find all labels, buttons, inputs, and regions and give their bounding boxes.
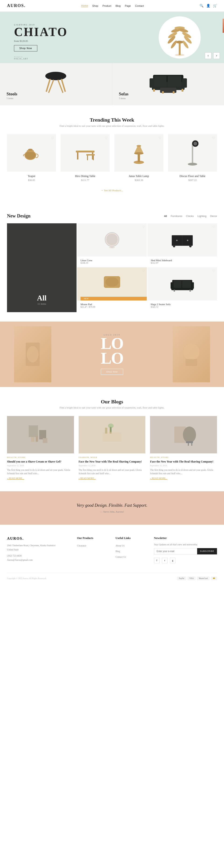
hero-next-button[interactable]: ›: [213, 52, 220, 59]
filter-all[interactable]: All: [164, 215, 167, 217]
blog-card-3[interactable]: HEALTH_STORE Face the New Year with The …: [150, 416, 217, 479]
banner-cta-button[interactable]: Shop Now: [101, 369, 123, 375]
blog-grid: HEALTH_STORE Should you use a Shave Crea…: [7, 416, 217, 479]
cart-icon[interactable]: 🛒: [213, 4, 217, 8]
search-icon[interactable]: 🔍: [199, 4, 203, 8]
product-table-lamp[interactable]: ♡ Janus Table Lamp $263.39: [114, 134, 163, 182]
footer-clearance-link[interactable]: Clearance: [77, 545, 86, 547]
footer-newsletter-title: Newsletter: [154, 536, 217, 540]
new-design-title: New Design: [7, 213, 31, 219]
lolo-banner: LOLO 2019 LOLO Shop Now: [0, 321, 224, 387]
sideboard-wishlist-icon[interactable]: ♡: [212, 225, 215, 229]
main-nav: Home Shop Product Blog Page Contact: [81, 4, 144, 7]
footer-useful-links: About Us Blog Contact Us: [115, 543, 147, 559]
sideboard-price: $512.97: [151, 262, 214, 264]
nav-shop[interactable]: Shop: [92, 4, 98, 7]
blog-card-1[interactable]: HEALTH_STORE Should you use a Shave Crea…: [7, 416, 74, 479]
nav-page[interactable]: Page: [125, 4, 131, 7]
nav-blog[interactable]: Blog: [115, 4, 121, 7]
nav-contact[interactable]: Contact: [135, 4, 144, 7]
stool-count: 5 items: [6, 97, 105, 100]
product-dining-table[interactable]: ♡ Hiro Dining Table $111.77: [61, 134, 110, 182]
product-floor-lamp-img: ♡: [168, 134, 217, 172]
facebook-icon[interactable]: f: [154, 558, 160, 563]
sideboard-info: Sled Mini Sideboard $512.97: [147, 256, 217, 267]
hero-cta-button[interactable]: Shop Now: [14, 45, 37, 52]
footer-grid: AUROS. 2941 Timberlane Road, Cheyenne, A…: [7, 536, 217, 563]
blog-read-more-3[interactable]: » READ MORE...: [150, 477, 217, 479]
banner-text: LOLO 2019 LOLO Shop Now: [51, 334, 173, 375]
footer-products-title: Our Products: [77, 536, 109, 540]
svg-rect-36: [87, 155, 88, 160]
hero-prev-button[interactable]: ‹: [205, 52, 212, 59]
filter-lighting[interactable]: Lighting: [197, 215, 207, 217]
banner-image-left: [14, 326, 51, 382]
svg-rect-24: [153, 89, 155, 92]
svg-point-68: [183, 344, 199, 360]
see-all-products-link[interactable]: See All Products...: [101, 189, 123, 192]
floor-lamp-wishlist-icon[interactable]: ♡: [212, 136, 215, 140]
svg-rect-35: [86, 154, 95, 155]
product-floor-lamp-name: Discus Floor and Table: [168, 175, 217, 178]
footer-contact-link[interactable]: Contact Us: [115, 556, 126, 558]
haga-sofa-img-wrap: [147, 267, 217, 301]
blog3-svg: [170, 423, 198, 446]
blog-subtitle: Find a bright ideal to suit your taste w…: [7, 406, 217, 409]
sideboard-img-wrap: [147, 223, 217, 256]
svg-point-53: [187, 240, 188, 241]
nd-card-sideboard[interactable]: ♡ Sled Mini Sideboard $512.97: [147, 223, 217, 267]
haga-sofa-wishlist-icon[interactable]: ♡: [212, 269, 215, 273]
mousepad-wishlist-icon[interactable]: ♡: [142, 269, 145, 273]
product-teapot[interactable]: ♡ Teapot $30.05: [7, 134, 56, 182]
logo: AUROS.: [7, 3, 26, 8]
nav-home[interactable]: Home: [81, 4, 88, 7]
hero-designer: Design by FOLIA_ART: [14, 56, 28, 60]
teapot-wishlist-icon[interactable]: ♡: [51, 136, 54, 140]
trending-subtitle: Find a bright ideal to suit your taste w…: [7, 124, 217, 127]
user-icon[interactable]: 👤: [206, 4, 210, 8]
svg-point-57: [106, 277, 118, 287]
nav-product[interactable]: Product: [103, 4, 111, 7]
blog-card-2[interactable]: FASHION_WEEK Face the New Year with The …: [79, 416, 146, 479]
blog-title-1: Should you use a Shave Cream or Shave Ge…: [7, 460, 74, 464]
nd-right-grid: ♡ Linas Crew $108.19 ♡: [77, 223, 217, 311]
nd-card-mirror[interactable]: ♡ Linas Crew $108.19: [77, 223, 147, 267]
blog-read-more-1[interactable]: » READ MORE...: [7, 477, 74, 479]
product-dining-table-price: $111.77: [61, 179, 110, 182]
mirror-img-wrap: [77, 223, 147, 256]
blog-meta-3: HEALTH_STORE: [150, 456, 217, 459]
trending-section: Trending This Week Find a bright ideal t…: [0, 105, 224, 204]
footer-about-link[interactable]: About Us: [115, 545, 124, 547]
svg-point-31: [28, 149, 33, 151]
nd-all-count: 11 items: [37, 302, 47, 305]
mousepad-img-wrap: [77, 267, 147, 297]
newsletter-subscribe-button[interactable]: SUBSCRIBE: [197, 548, 217, 554]
filter-furnitures[interactable]: Furnitures: [171, 215, 183, 217]
product-floor-lamp[interactable]: ♡ Discus Floor and Table $207.22: [168, 134, 217, 182]
google-icon[interactable]: g: [170, 558, 176, 563]
svg-rect-42: [192, 144, 193, 163]
nd-card-haga-sofa[interactable]: ♡ Haga 2 Seater Sofa $545.7: [147, 267, 217, 311]
blog-meta-2: FASHION_WEEK: [79, 456, 146, 459]
mirror-wishlist-icon[interactable]: ♡: [142, 225, 145, 229]
header-icons: 🔍 👤 🛒: [199, 4, 217, 8]
svg-rect-75: [103, 432, 121, 442]
floor-lamp-svg: [186, 139, 199, 167]
blog2-svg: [98, 423, 126, 446]
nd-card-mousepad[interactable]: ♡ NEW Mouse Pad $21.47 - $79.99: [77, 267, 147, 311]
footer-blog-link[interactable]: Blog: [115, 550, 120, 553]
category-stool[interactable]: Stools 5 items: [0, 63, 112, 105]
blog-read-more-2[interactable]: » READ MORE...: [79, 477, 146, 479]
blog1-svg: [26, 423, 54, 446]
category-sofa[interactable]: Sofas 5 items: [112, 63, 224, 105]
filter-clocks[interactable]: Clocks: [186, 215, 194, 217]
twitter-icon[interactable]: t: [162, 558, 167, 563]
footer-products-col: Our Products Clearance: [77, 536, 109, 563]
svg-point-40: [137, 145, 141, 147]
nd-card-all[interactable]: All 11 items: [7, 223, 77, 312]
newsletter-email-input[interactable]: [154, 548, 197, 554]
dining-table-wishlist-icon[interactable]: ♡: [105, 136, 108, 140]
footer: AUROS. 2941 Timberlane Road, Cheyenne, A…: [0, 525, 224, 585]
table-lamp-wishlist-icon[interactable]: ♡: [158, 136, 161, 140]
filter-decor[interactable]: Decor: [210, 215, 217, 217]
